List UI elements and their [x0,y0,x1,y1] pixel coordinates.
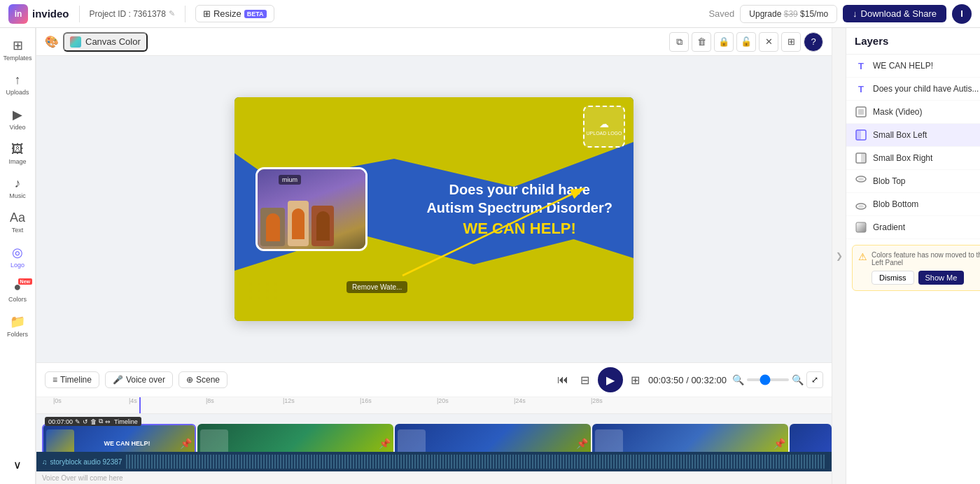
blob-bottom-layer-icon [855,198,867,211]
scene-03-block[interactable]: 📌 Scene 03 [395,424,591,451]
layer-we-can-help[interactable]: T WE CAN HELP! [846,55,980,78]
resize-button[interactable]: ⊞ Resize BETA [195,5,274,22]
sidebar-label-colors: Colors [8,296,27,303]
user-avatar[interactable]: I [952,4,972,24]
download-icon: ↓ [853,8,858,19]
voice-over-button[interactable]: 🎤 Voice over [105,371,173,388]
layer-blob-bottom[interactable]: Blob Bottom [846,193,980,216]
delete-tool-button[interactable]: 🗑 [692,32,711,52]
scene-03-thumb-mini [398,429,426,451]
scene-02-thumb-mini [200,429,228,451]
show-me-button[interactable]: Show Me [918,271,965,285]
edit-scene-icon[interactable]: ✎ [75,418,80,425]
skip-back-button[interactable]: ⏮ [553,370,573,390]
edit-project-icon[interactable]: ✎ [169,9,175,18]
unlock-tool-button[interactable]: 🔓 [736,32,756,52]
main-layout: ⊞ Templates ↑ Uploads ▶ Video 🖼 Image ♪ … [0,28,980,484]
sidebar-item-video[interactable]: ▶ Video [0,103,35,135]
layer-name-small-box-right: Small Box Right [873,153,980,163]
layer-small-box-left[interactable]: Small Box Left [846,124,980,147]
play-button[interactable]: ▶ [598,367,623,392]
scene-02-block[interactable]: 📌 Scene 02 [197,424,393,451]
scene-04-pin-icon: 📌 [774,438,785,449]
canvas-video-box: mium [255,167,368,251]
sidebar-item-colors[interactable]: New ● Colors [0,276,35,307]
layer-name-blob-top: Blob Top [873,176,980,186]
upload-cloud-icon: ☁ [599,118,609,129]
layers-panel: Layers T WE CAN HELP! T Does your child … [846,28,980,484]
sidebar-item-text[interactable]: Aa Text [0,206,35,238]
sidebar-item-music[interactable]: ♪ Music [0,172,35,204]
download-button[interactable]: ↓ Download & Share [843,5,946,22]
sidebar-collapse-btn[interactable]: ∨ [0,454,35,476]
layer-blob-top[interactable]: Blob Top [846,170,980,193]
notice-actions: Dismiss Show Me [872,271,980,285]
move-scene-icon[interactable]: ⇔ [105,418,111,425]
templates-icon: ⊞ [13,38,23,53]
layer-mask-video[interactable]: Mask (Video) [846,101,980,124]
scene-01-block[interactable]: WE CAN HELP! 📌 Scene 01 [42,424,196,451]
folders-icon: 📁 [10,314,25,329]
timeline-controls: ≡ Timeline 🎤 Voice over ⊕ Scene ⏮ ⊟ ▶ ⊞ [36,363,832,397]
timeline-text: Timeline [114,418,138,425]
delete-scene-icon[interactable]: 🗑 [90,418,97,425]
sidebar-item-image[interactable]: 🖼 Image [0,138,35,169]
scene-button[interactable]: ⊕ Scene [178,371,227,388]
child-figure-3 [312,206,334,246]
music-note-icon: ♫ [42,458,48,466]
colors-moved-notice: ⚠ Colors feature has now moved to the Le… [852,245,980,291]
text-layer-icon: T [855,59,867,72]
sidebar-label-templates: Templates [3,55,31,62]
topbar-right: Saved Upgrade $39 $15/mo ↓ Download & Sh… [708,4,972,24]
trash-tool-button[interactable]: ✕ [759,32,778,52]
scene-03-thumb: 📌 [395,424,591,451]
timeline-button[interactable]: ≡ Timeline [45,371,99,388]
scene-04-block[interactable]: 📌 Scene 04 [592,424,788,451]
frame-forward-button[interactable]: ⊞ [626,370,645,390]
logo-sidebar-icon: ◎ [12,245,23,260]
mask-layer-icon [855,106,867,118]
zoom-in-button[interactable]: 🔍 [792,374,804,385]
canvas-frame: mium Does your child have Autism Spectru… [234,97,634,321]
audio-waveform [125,455,826,469]
app-name: invideo [32,8,69,20]
zoom-out-button[interactable]: 🔍 [732,374,744,385]
loop-icon[interactable]: ↺ [83,418,88,425]
info-tool-button[interactable]: ? [804,32,823,52]
upgrade-button[interactable]: Upgrade $39 $15/mo [740,5,837,23]
zoom-slider[interactable] [747,378,789,381]
child-figure-2 [288,201,309,246]
chevron-down-icon: ∨ [13,458,22,471]
copy-tool-button[interactable]: ⧉ [669,32,689,52]
ruler-16s: |16s [360,397,372,404]
sidebar-label-image: Image [8,158,26,165]
audio-track-label: storyblock audio 92387 [50,458,122,466]
svg-rect-7 [856,130,861,140]
topbar: in invideo Project ID : 7361378 ✎ ⊞ Resi… [0,0,980,28]
lock-tool-button[interactable]: 🔒 [714,32,734,52]
warning-icon: ⚠ [858,251,867,262]
sidebar-item-templates[interactable]: ⊞ Templates [0,34,35,66]
layer-does-your-child[interactable]: T Does your child have Autis... [846,78,980,101]
remove-watermark-overlay: Remove Wate... [346,281,407,293]
layer-gradient[interactable]: Gradient [846,216,980,239]
scene-05-block[interactable]: Sce... [790,424,832,451]
svg-rect-9 [861,153,866,163]
frame-back-button[interactable]: ⊟ [575,370,595,390]
scene-04-thumb: 📌 [592,424,788,451]
mic-icon: 🎤 [113,375,123,385]
voice-over-track: Voice Over will come here [36,471,832,484]
sidebar-item-folders[interactable]: 📁 Folders [0,310,35,342]
sidebar-item-uploads[interactable]: ↑ Uploads [0,69,35,100]
svg-rect-14 [856,222,866,232]
expand-timeline-button[interactable]: ⤢ [806,371,823,388]
canvas-color-icon: 🎨 [45,35,59,48]
copy-scene-icon[interactable]: ⧉ [99,418,103,425]
layer-small-box-right[interactable]: Small Box Right [846,147,980,170]
canvas-color-button[interactable]: Canvas Color [63,32,148,52]
grid-tool-button[interactable]: ⊞ [781,32,801,52]
dismiss-button[interactable]: Dismiss [872,271,914,285]
svg-point-11 [858,178,864,180]
sidebar-item-logo[interactable]: ◎ Logo [0,241,35,273]
right-panel-collapse-button[interactable]: ❯ [832,28,846,484]
